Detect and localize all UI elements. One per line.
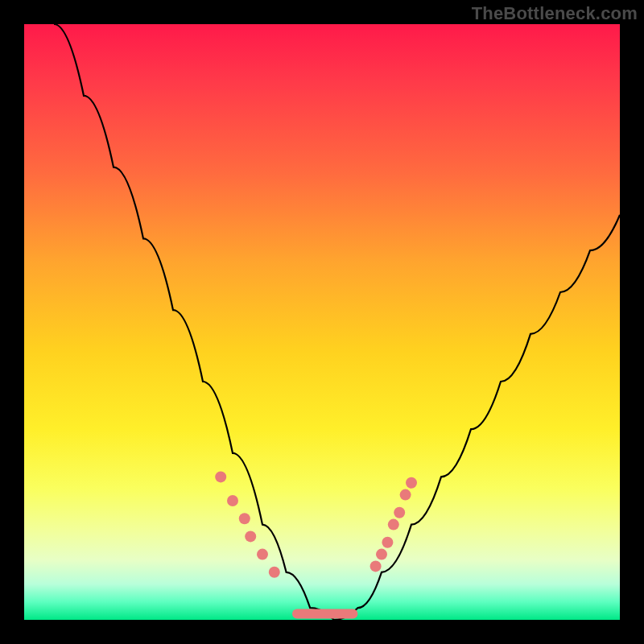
curve-marker — [257, 549, 268, 560]
curve-marker — [376, 549, 387, 560]
watermark-text: TheBottleneck.com — [472, 3, 638, 24]
markers-left-group — [215, 471, 280, 577]
curve-marker — [215, 471, 226, 482]
curve-marker — [388, 519, 399, 530]
curve-marker — [406, 477, 417, 489]
bottleneck-curve-path — [54, 24, 620, 620]
curve-marker — [394, 507, 405, 518]
curve-marker — [269, 567, 280, 578]
curve-marker — [370, 560, 382, 572]
markers-right-group — [370, 477, 417, 572]
plot-area — [24, 24, 620, 620]
curve-marker — [400, 489, 411, 501]
curve-marker — [239, 513, 250, 524]
chart-frame: TheBottleneck.com — [0, 0, 644, 644]
curve-layer — [24, 24, 620, 620]
flat-segment-bar — [292, 609, 357, 619]
curve-marker — [382, 537, 393, 548]
curve-marker — [245, 530, 256, 542]
curve-marker — [227, 495, 238, 506]
